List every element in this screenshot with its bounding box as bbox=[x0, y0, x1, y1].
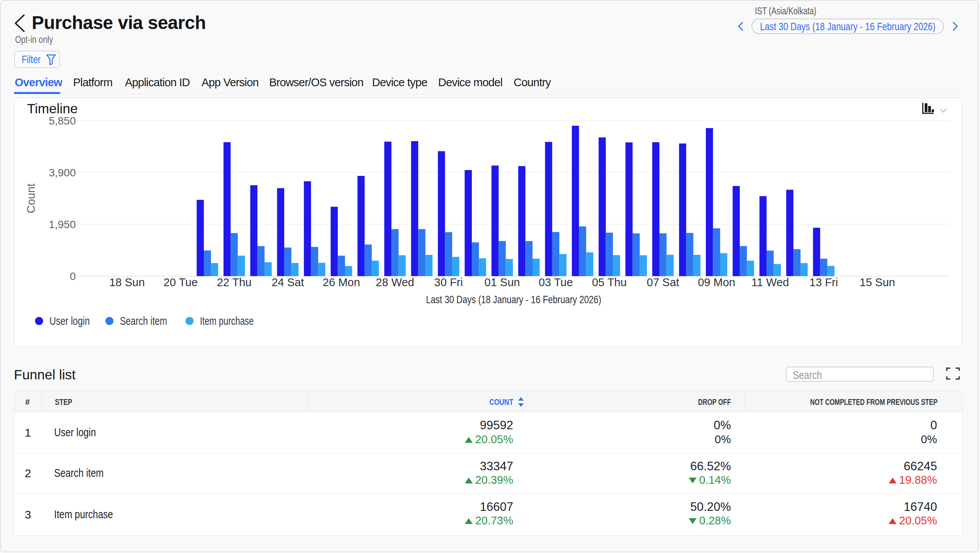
svg-text:Item purchase: Item purchase bbox=[200, 314, 254, 327]
svg-text:Count: Count bbox=[25, 183, 37, 213]
svg-text:3,900: 3,900 bbox=[49, 167, 76, 179]
svg-text:0: 0 bbox=[70, 270, 76, 282]
svg-text:1,950: 1,950 bbox=[49, 218, 76, 230]
svg-text:User login: User login bbox=[50, 314, 90, 327]
svg-text:Search item: Search item bbox=[120, 314, 167, 327]
svg-text:Last 30 Days (18 January - 16: Last 30 Days (18 January - 16 February 2… bbox=[426, 294, 601, 306]
svg-text:5,850: 5,850 bbox=[49, 115, 76, 127]
